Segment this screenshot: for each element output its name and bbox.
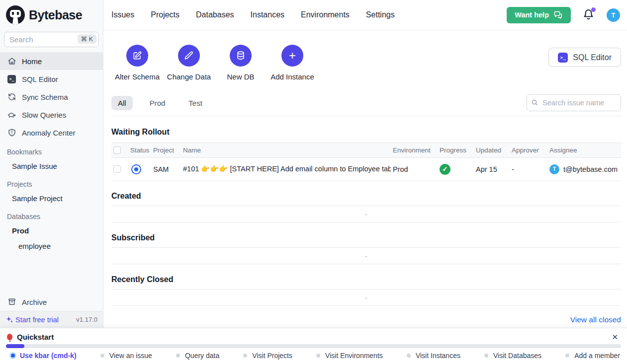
quick-actions: Alter Schema Change Data N <box>111 45 318 81</box>
task-label: Visit Projects <box>252 352 292 360</box>
task-label: Use kbar (cmd-k) <box>20 352 77 360</box>
task-query-data[interactable]: Query data <box>176 352 219 360</box>
task-visit-instances[interactable]: Visit Instances <box>407 352 460 360</box>
task-visit-databases[interactable]: Visit Databases <box>484 352 541 360</box>
section-title-recently-closed: Recently Closed <box>111 275 621 284</box>
view-all-closed-wrap: View all closed <box>111 315 621 324</box>
tab-test[interactable]: Test <box>182 96 209 110</box>
search-icon <box>531 99 538 106</box>
quickstart-header: Quickstart ✕ <box>0 328 627 343</box>
logo[interactable]: Bytebase <box>0 0 103 30</box>
task-visit-environments[interactable]: Visit Environments <box>316 352 383 360</box>
sidebar-item-sample-project[interactable]: Sample Project <box>0 191 103 206</box>
plus-icon: + <box>281 45 303 67</box>
sidebar-footer: Start free trial v1.17.0 <box>0 311 103 328</box>
quick-action-label: New DB <box>227 73 254 81</box>
nav-environments[interactable]: Environments <box>301 10 350 19</box>
quick-action-label: Change Data <box>167 73 211 81</box>
sparkles-icon <box>5 316 13 324</box>
sidebar-item-prod[interactable]: Prod <box>0 223 103 238</box>
close-icon[interactable]: ✕ <box>610 332 620 342</box>
quickstart-progress-track <box>6 344 621 348</box>
row-checkbox[interactable] <box>113 165 121 173</box>
task-view-an-issue[interactable]: View an issue <box>100 352 152 360</box>
sidebar-item-archive[interactable]: Archive <box>0 293 103 311</box>
sidebar-group-bookmarks: Bookmarks <box>0 142 103 158</box>
nav-instances[interactable]: Instances <box>251 10 284 19</box>
keyboard-shortcut-badge: ⌘ K <box>78 34 96 44</box>
want-help-button[interactable]: Want help <box>507 7 571 23</box>
sidebar-item-sync-schema[interactable]: Sync Schema <box>0 88 103 106</box>
environment-tabs: All Prod Test <box>111 96 209 110</box>
col-status: Status <box>128 143 151 158</box>
sidebar-item-home[interactable]: Home <box>0 52 103 70</box>
shield-alert-icon <box>7 128 16 138</box>
progress-done-icon: ✓ <box>440 164 450 175</box>
task-label: Visit Databases <box>493 352 541 360</box>
view-all-closed-link[interactable]: View all closed <box>570 315 621 324</box>
filter-row: All Prod Test <box>111 94 621 116</box>
start-free-trial-link[interactable]: Start free trial <box>5 316 59 324</box>
archive-box-icon <box>7 297 16 307</box>
nav-settings[interactable]: Settings <box>366 10 395 19</box>
nav-issues[interactable]: Issues <box>111 10 134 19</box>
bytebase-app: Bytebase ⌘ K Home >_ SQL Editor Syn <box>0 0 627 364</box>
edit-square-icon <box>126 45 148 67</box>
balloon-icon <box>7 334 12 340</box>
issue-search-input[interactable] <box>527 94 621 111</box>
header-right: Want help T <box>507 7 620 23</box>
task-dot-icon <box>243 354 247 358</box>
user-avatar[interactable]: T <box>607 8 620 22</box>
nav-projects[interactable]: Projects <box>151 10 179 19</box>
sql-editor-button[interactable]: >_ SQL Editor <box>548 48 621 67</box>
task-use-kbar[interactable]: Use kbar (cmd-k) <box>11 352 77 360</box>
select-all-checkbox[interactable] <box>113 146 121 154</box>
quickstart-bar: Quickstart ✕ Use kbar (cmd-k) View an is… <box>0 328 627 364</box>
issue-project: SAM <box>151 158 181 181</box>
col-assignee: Assignee <box>547 143 621 158</box>
created-empty-state: - <box>111 206 621 222</box>
help-button-label: Want help <box>515 11 549 19</box>
tab-prod[interactable]: Prod <box>143 96 172 110</box>
change-data-button[interactable]: Change Data <box>163 45 215 81</box>
sidebar-item-sample-issue[interactable]: Sample Issue <box>0 158 103 174</box>
sidebar-spacer <box>0 254 103 293</box>
main-row: Bytebase ⌘ K Home >_ SQL Editor Syn <box>0 0 627 328</box>
task-dot-icon <box>176 354 180 358</box>
col-progress: Progress <box>438 143 474 158</box>
terminal-icon: >_ <box>7 74 16 84</box>
notification-bell-icon[interactable] <box>583 9 595 21</box>
home-icon <box>7 57 16 66</box>
sidebar-search: ⌘ K <box>4 32 99 47</box>
sql-editor-button-label: SQL Editor <box>573 53 612 62</box>
database-icon <box>230 45 252 67</box>
brand-name: Bytebase <box>29 8 82 22</box>
notification-dot <box>591 7 596 12</box>
task-label: Query data <box>185 352 219 360</box>
pencil-icon <box>178 45 200 67</box>
tab-all[interactable]: All <box>111 96 133 110</box>
task-dot-icon <box>484 354 488 358</box>
alter-schema-button[interactable]: Alter Schema <box>111 45 163 81</box>
col-name: Name <box>181 143 391 158</box>
assignee-cell: T t@bytebase.com <box>549 164 619 174</box>
quickstart-title: Quickstart <box>17 333 54 341</box>
task-add-a-member[interactable]: Add a member <box>565 352 620 360</box>
nav-databases[interactable]: Databases <box>196 10 234 19</box>
status-in-progress-icon <box>131 164 141 174</box>
sidebar-item-employee[interactable]: employee <box>0 238 103 254</box>
task-visit-projects[interactable]: Visit Projects <box>243 352 292 360</box>
quickstart-progress-fill <box>6 344 24 348</box>
task-dot-icon <box>316 354 320 358</box>
add-instance-button[interactable]: + Add Instance <box>267 45 318 81</box>
sidebar-item-anomaly-center[interactable]: Anomaly Center <box>0 124 103 142</box>
content-body: Alter Schema Change Data N <box>103 30 627 328</box>
issue-row[interactable]: SAM #101 👉👉👉 [START HERE] Add email colu… <box>111 158 621 181</box>
col-approver: Approver <box>510 143 547 158</box>
issue-name[interactable]: #101 👉👉👉 [START HERE] Add email column t… <box>181 158 391 181</box>
new-db-button[interactable]: New DB <box>215 45 267 81</box>
issue-updated: Apr 15 <box>474 158 510 181</box>
task-dot-icon <box>407 354 411 358</box>
sidebar-item-sql-editor[interactable]: >_ SQL Editor <box>0 70 103 88</box>
sidebar-item-slow-queries[interactable]: Slow Queries <box>0 106 103 124</box>
